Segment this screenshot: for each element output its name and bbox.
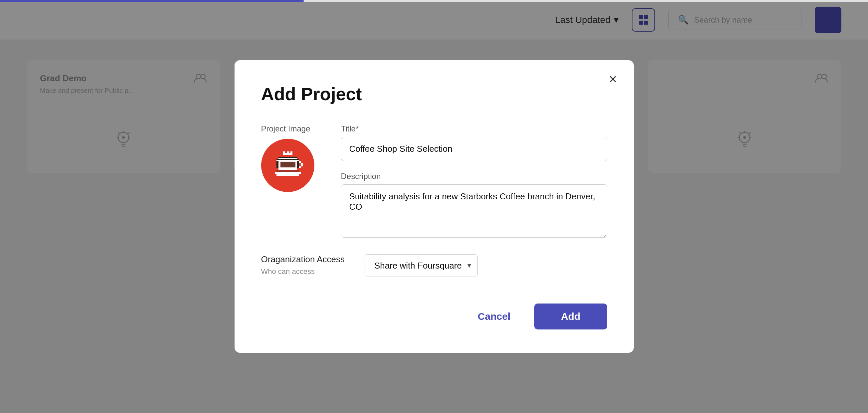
svg-rect-40 bbox=[301, 163, 303, 167]
modal-overlay: × Add Project Project Image bbox=[0, 0, 868, 413]
svg-rect-41 bbox=[299, 167, 301, 168]
cancel-button[interactable]: Cancel bbox=[467, 304, 521, 329]
svg-rect-44 bbox=[280, 162, 295, 168]
svg-rect-23 bbox=[287, 151, 289, 153]
modal-footer: Cancel Add bbox=[261, 297, 607, 329]
svg-rect-35 bbox=[276, 161, 278, 168]
close-button[interactable]: × bbox=[609, 72, 617, 86]
svg-rect-26 bbox=[290, 151, 292, 153]
modal-left-section: Project Image bbox=[261, 124, 321, 238]
access-title: Oraganization Access bbox=[261, 254, 345, 265]
svg-rect-34 bbox=[276, 159, 299, 160]
svg-rect-24 bbox=[287, 153, 289, 155]
svg-rect-25 bbox=[288, 153, 290, 155]
svg-rect-22 bbox=[285, 153, 287, 155]
svg-rect-39 bbox=[299, 161, 301, 163]
modal-body: Project Image bbox=[261, 124, 607, 238]
description-input[interactable] bbox=[341, 184, 607, 238]
svg-rect-36 bbox=[297, 161, 299, 168]
svg-rect-38 bbox=[276, 170, 299, 172]
coffee-cup-icon bbox=[273, 150, 303, 180]
access-select-wrapper: Share with Foursquare Private Public ▾ bbox=[365, 254, 478, 277]
title-field-group: Title* bbox=[341, 124, 607, 161]
access-section: Oraganization Access Who can access Shar… bbox=[261, 254, 607, 277]
access-select[interactable]: Share with Foursquare Private Public bbox=[365, 254, 478, 277]
progress-fill bbox=[0, 0, 304, 2]
svg-rect-27 bbox=[290, 153, 292, 155]
project-image-avatar[interactable] bbox=[261, 139, 314, 192]
access-subtitle: Who can access bbox=[261, 267, 345, 276]
svg-rect-37 bbox=[278, 168, 297, 170]
svg-rect-43 bbox=[276, 174, 299, 176]
description-label: Description bbox=[341, 172, 607, 181]
title-input[interactable] bbox=[341, 137, 607, 161]
progress-bar bbox=[0, 0, 868, 2]
modal-right-section: Title* Description bbox=[341, 124, 607, 238]
title-label: Title* bbox=[341, 124, 607, 134]
modal-title: Add Project bbox=[261, 84, 607, 104]
svg-rect-42 bbox=[275, 172, 301, 174]
add-button[interactable]: Add bbox=[534, 303, 607, 329]
svg-rect-21 bbox=[283, 153, 285, 155]
add-project-modal: × Add Project Project Image bbox=[235, 60, 634, 353]
svg-rect-33 bbox=[278, 157, 297, 158]
description-field-group: Description bbox=[341, 172, 607, 238]
svg-rect-20 bbox=[283, 151, 285, 153]
access-info: Oraganization Access Who can access bbox=[261, 254, 345, 276]
project-image-label: Project Image bbox=[261, 124, 310, 134]
